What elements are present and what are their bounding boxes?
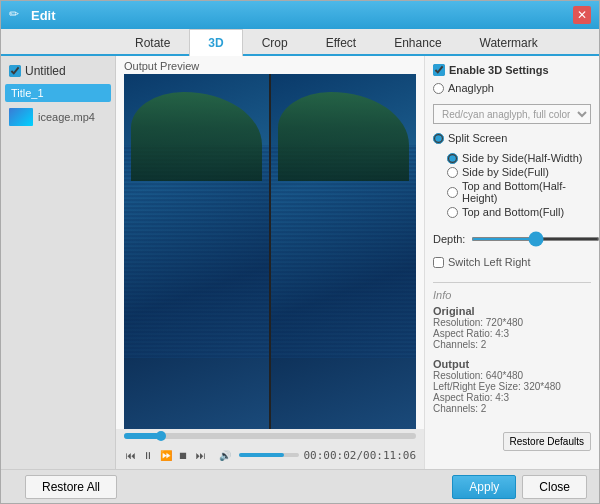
split-side-half-radio[interactable] [447,153,458,164]
split-screen-label: Split Screen [448,132,507,144]
restore-defaults-button[interactable]: Restore Defaults [503,432,591,451]
info-section: Info Original Resolution: 720*480 Aspect… [433,282,591,422]
sidebar-file[interactable]: iceage.mp4 [1,104,115,130]
output-resolution: Resolution: 640*480 [433,370,591,381]
split-top-half-label: Top and Bottom(Half-Height) [462,180,591,204]
video-right-eye [271,74,416,429]
playback-controls: ⏮ ⏸ ⏩ ⏹ ⏭ 🔊 00:00:02/00:11:06 [124,445,416,465]
anaglyph-row: Anaglyph [433,82,591,94]
title-bar: ✏ Edit ✕ [1,1,599,29]
edit-window: ✏ Edit ✕ Rotate 3D Crop Effect Enhance W… [0,0,600,504]
volume-bar[interactable] [239,453,299,457]
split-top-full-row: Top and Bottom(Full) [447,206,591,218]
output-preview-label: Output Preview [116,56,424,74]
anaglyph-radio[interactable] [433,83,444,94]
tab-effect[interactable]: Effect [307,29,375,56]
file-thumbnail [9,108,33,126]
switch-row: Switch Left Right [433,256,591,268]
time-display: 00:00:02/00:11:06 [303,449,416,462]
controls-bar: ⏮ ⏸ ⏩ ⏹ ⏭ 🔊 00:00:02/00:11:06 [116,429,424,469]
tab-watermark[interactable]: Watermark [461,29,557,56]
split-options-group: Side by Side(Half-Width) Side by Side(Fu… [447,152,591,220]
output-channels: Channels: 2 [433,403,591,414]
tab-rotate[interactable]: Rotate [116,29,189,56]
app-icon: ✏ [9,7,25,23]
restore-all-button[interactable]: Restore All [25,475,117,499]
output-info: Output Resolution: 640*480 Left/Right Ey… [433,358,591,414]
enable-3d-label: Enable 3D Settings [449,64,549,76]
anaglyph-dropdown[interactable]: Red/cyan anaglyph, full color [433,104,591,124]
split-side-full-label: Side by Side(Full) [462,166,549,178]
enable-3d-checkbox[interactable] [433,64,445,76]
progress-fill [124,433,159,439]
apply-button[interactable]: Apply [452,475,516,499]
split-side-half-row: Side by Side(Half-Width) [447,152,591,164]
untitled-checkbox[interactable] [9,65,21,77]
split-screen-row: Split Screen [433,132,591,144]
original-title: Original [433,305,591,317]
tab-3d[interactable]: 3D [189,29,242,56]
pause-button[interactable]: ⏸ [141,445,154,465]
skip-forward-button[interactable]: ⏭ [194,445,207,465]
sidebar: Untitled Title_1 iceage.mp4 [1,56,116,469]
sidebar-untitled[interactable]: Untitled [1,60,115,82]
output-aspect: Aspect Ratio: 4:3 [433,392,591,403]
depth-slider[interactable] [471,237,599,241]
close-button[interactable]: Close [522,475,587,499]
volume-fill [239,453,284,457]
tab-crop[interactable]: Crop [243,29,307,56]
split-screen-radio[interactable] [433,133,444,144]
close-window-button[interactable]: ✕ [573,6,591,24]
tab-bar: Rotate 3D Crop Effect Enhance Watermark [1,29,599,56]
switch-lr-checkbox[interactable] [433,257,444,268]
original-info: Original Resolution: 720*480 Aspect Rati… [433,305,591,350]
video-left-eye [124,74,271,429]
split-top-full-radio[interactable] [447,207,458,218]
split-side-full-radio[interactable] [447,167,458,178]
output-title: Output [433,358,591,370]
enable-3d-row: Enable 3D Settings [433,64,591,76]
sidebar-title1[interactable]: Title_1 [5,84,111,102]
volume-area: 🔊 [215,445,299,465]
main-content: Untitled Title_1 iceage.mp4 Output Previ… [1,56,599,469]
split-top-full-label: Top and Bottom(Full) [462,206,564,218]
output-eye-size: Left/Right Eye Size: 320*480 [433,381,591,392]
split-side-full-row: Side by Side(Full) [447,166,591,178]
volume-icon[interactable]: 🔊 [215,445,235,465]
split-top-half-radio[interactable] [447,187,458,198]
fast-forward-button[interactable]: ⏩ [159,445,172,465]
split-top-half-row: Top and Bottom(Half-Height) [447,180,591,204]
center-panel: Output Preview ⏮ ⏸ ⏩ [116,56,424,469]
original-channels: Channels: 2 [433,339,591,350]
switch-lr-label: Switch Left Right [448,256,531,268]
depth-label: Depth: [433,233,465,245]
right-panel: Enable 3D Settings Anaglyph Red/cyan ana… [424,56,599,469]
video-preview [124,74,416,429]
anaglyph-label: Anaglyph [448,82,494,94]
tab-enhance[interactable]: Enhance [375,29,460,56]
depth-row: Depth: [433,230,591,248]
info-title: Info [433,289,591,301]
progress-thumb [156,431,166,441]
window-title: Edit [31,8,573,23]
stop-button[interactable]: ⏹ [176,445,189,465]
split-side-half-label: Side by Side(Half-Width) [462,152,582,164]
original-aspect: Aspect Ratio: 4:3 [433,328,591,339]
video-frame [124,74,416,429]
skip-back-button[interactable]: ⏮ [124,445,137,465]
original-resolution: Resolution: 720*480 [433,317,591,328]
progress-bar[interactable] [124,433,416,439]
bottom-bar: Restore All Apply Close [1,469,599,503]
